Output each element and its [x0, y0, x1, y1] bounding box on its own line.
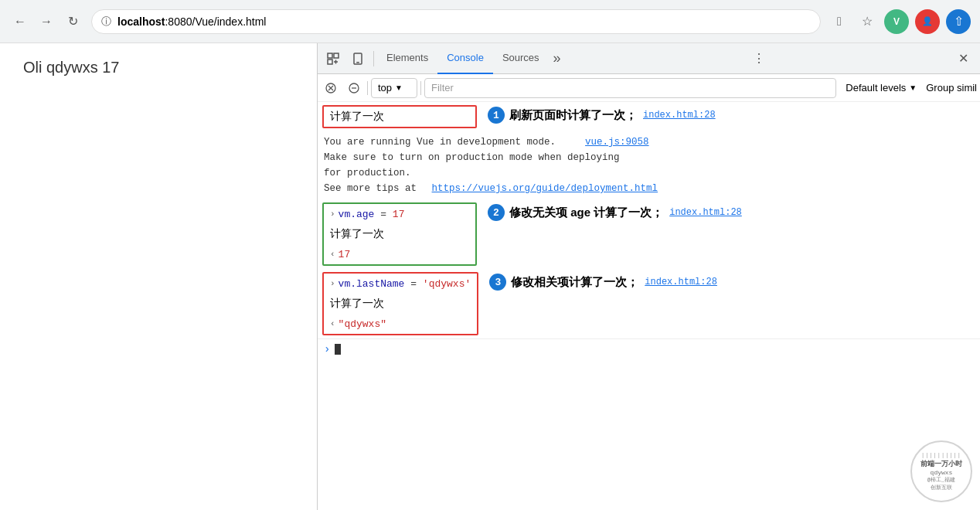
console-input-line: ›: [318, 338, 980, 359]
expand-icon-2: ›: [330, 209, 335, 219]
annotation-bubble-1: 1: [488, 107, 505, 124]
vue-warning-row: You are running Vue in development mode.…: [318, 131, 980, 199]
address-bar[interactable]: ⓘ localhost:8080/Vue/index.html: [91, 9, 821, 34]
annotation-row-3: 3 修改相关项计算了一次； index.html:28: [483, 269, 723, 295]
tab-elements[interactable]: Elements: [377, 43, 437, 74]
devtools-close-button[interactable]: ✕: [952, 48, 974, 70]
forward-button[interactable]: →: [36, 11, 57, 32]
console-box-red-3: › vm.lastName = 'qdywxs' 计算了一次 ‹ "qdywxs…: [322, 272, 478, 335]
expand-icon-3: ›: [330, 279, 335, 288]
svg-rect-0: [328, 53, 332, 58]
tab-sources[interactable]: Sources: [493, 43, 549, 74]
page-content: Oli qdywxs 17: [0, 43, 317, 510]
secure-icon: ⓘ: [101, 15, 111, 29]
toolbar-separator-1: [367, 81, 368, 95]
svg-rect-4: [356, 62, 359, 63]
link-index3[interactable]: index.html:28: [638, 277, 717, 287]
filter-input[interactable]: Filter: [424, 78, 836, 98]
context-dropdown[interactable]: top ▼: [371, 78, 417, 98]
svg-rect-2: [328, 60, 332, 64]
vue-extension-icon[interactable]: V: [884, 9, 909, 34]
nav-buttons: ← → ↻: [9, 11, 83, 32]
console-section-2: › vm.age = 17 计算了一次 ‹ 17: [318, 199, 980, 269]
watermark-top-lines: ||||||||||: [921, 452, 961, 458]
calc-row-2: 计算了一次: [324, 224, 475, 244]
profile-button[interactable]: 👤: [915, 9, 940, 34]
console-box-green-2: › vm.age = 17 计算了一次 ‹ 17: [322, 202, 477, 266]
watermark-circle: |||||||||| 前端一万小时 qdywxs @柿工_福建 创新互联: [910, 440, 972, 502]
lt-arrow-3: ‹: [330, 319, 335, 328]
console-section-3: › vm.lastName = 'qdywxs' 计算了一次 ‹ "qdywxs…: [318, 269, 980, 338]
annotation-text-2: 修改无关项 age 计算了一次；: [509, 206, 663, 220]
annotation-row-2: 2 修改无关项 age 计算了一次； index.html:28: [481, 199, 748, 226]
upload-button[interactable]: ⇧: [946, 9, 971, 34]
console-row-calc1: 计算了一次: [324, 107, 475, 127]
calc-text-1: 计算了一次: [330, 110, 384, 124]
bookmark-button[interactable]: ☆: [856, 11, 878, 32]
browser-actions:  ☆ V 👤 ⇧: [829, 9, 971, 34]
translate-button[interactable]: : [829, 11, 850, 32]
watermark: |||||||||| 前端一万小时 qdywxs @柿工_福建 创新互联: [910, 440, 972, 502]
back-button[interactable]: ←: [9, 11, 31, 32]
annotation-bubble-3: 3: [489, 274, 506, 291]
watermark-bottom2: 创新互联: [931, 484, 952, 491]
annotation-row-1: 1 刷新页面时计算了一次； index.html:28: [481, 102, 722, 128]
console-output: 计算了一次 1 刷新页面时计算了一次； index.html:28 You ar…: [318, 102, 980, 510]
page-text: Oli qdywxs 17: [23, 59, 120, 76]
watermark-user: qdywxs: [931, 469, 953, 476]
console-section-1: 计算了一次 1 刷新页面时计算了一次； index.html:28: [318, 102, 980, 131]
console-caret-icon: ›: [324, 343, 330, 355]
svg-rect-1: [334, 53, 339, 58]
devtools-panel: Elements Console Sources » ⋮ ✕ top ▼: [317, 43, 980, 510]
annotation-text-1: 刷新页面时计算了一次；: [509, 108, 637, 123]
devtools-tabs: Elements Console Sources » ⋮ ✕: [318, 43, 980, 74]
browser-chrome: ← → ↻ ⓘ localhost:8080/Vue/index.html  …: [0, 0, 980, 43]
device-button[interactable]: [345, 46, 370, 71]
vm-lastname-row: › vm.lastName = 'qdywxs': [324, 274, 477, 294]
link-index2[interactable]: index.html:28: [663, 207, 742, 218]
watermark-main-text: 前端一万小时: [920, 459, 962, 469]
result-val-3: "qdywxs": [339, 318, 386, 330]
console-box-red-1: 计算了一次: [322, 105, 477, 128]
toolbar-separator-2: [420, 81, 421, 95]
annotation-text-3: 修改相关项计算了一次；: [511, 275, 638, 290]
devtools-menu-button[interactable]: ⋮: [748, 48, 770, 70]
result-row-2: ‹ 17: [324, 244, 475, 264]
levels-arrow-icon: ▼: [909, 83, 917, 92]
clear-console-button[interactable]: [321, 78, 341, 98]
main-layout: Oli qdywxs 17 Elements Console Sources »…: [0, 43, 980, 510]
url-display: localhost:8080/Vue/index.html: [117, 15, 266, 28]
vuejs-guide-link[interactable]: https://vuejs.org/guide/deployment.html: [426, 183, 658, 194]
calc-row-3: 计算了一次: [324, 294, 477, 314]
result-row-3: ‹ "qdywxs": [324, 314, 477, 334]
default-levels-dropdown[interactable]: Default levels ▼: [839, 78, 923, 98]
inspector-button[interactable]: [321, 46, 345, 71]
vue-js-link[interactable]: vue.js:9058: [579, 137, 649, 148]
more-tabs-button[interactable]: »: [549, 50, 566, 66]
devtools-toolbar: top ▼ Filter Default levels ▼ Group simi…: [318, 74, 980, 102]
lt-arrow-2: ‹: [330, 250, 335, 259]
vm-age-row: › vm.age = 17: [324, 204, 475, 224]
console-cursor[interactable]: [335, 344, 341, 355]
annotation-bubble-2: 2: [488, 204, 505, 221]
tab-separator: [373, 51, 374, 66]
link-index1[interactable]: index.html:28: [637, 110, 716, 121]
dropdown-arrow-icon: ▼: [395, 83, 403, 92]
result-val-2: 17: [339, 249, 351, 260]
tab-console[interactable]: Console: [437, 43, 493, 74]
reload-button[interactable]: ↻: [62, 11, 83, 32]
group-similar-label: Group simil: [926, 82, 977, 94]
filter-button[interactable]: [344, 78, 364, 98]
watermark-bottom1: @柿工_福建: [927, 476, 955, 484]
